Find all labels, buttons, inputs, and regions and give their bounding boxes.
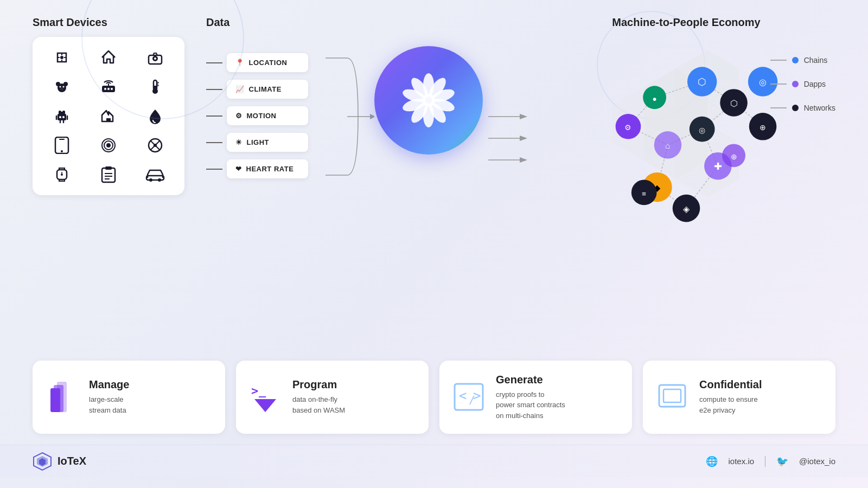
svg-text:⬡: ⬡ <box>730 99 738 108</box>
program-icon-box: > _ <box>249 378 282 416</box>
light-icon: ☀ <box>235 138 242 146</box>
manage-card: Manage large-scalestream data <box>33 361 225 434</box>
legend-line-networks <box>770 107 787 108</box>
device-water <box>145 106 165 126</box>
svg-text:>: > <box>473 388 481 403</box>
data-badge-climate: 📈 CLIMATE <box>227 80 308 99</box>
confidential-title: Confidential <box>699 378 762 391</box>
svg-marker-107 <box>254 399 276 412</box>
footer-website[interactable]: iotex.io <box>729 457 755 466</box>
svg-text:⚙: ⚙ <box>624 124 631 132</box>
svg-text:_: _ <box>259 384 266 397</box>
line-motion <box>206 115 222 117</box>
svg-point-20 <box>62 116 65 118</box>
svg-rect-17 <box>58 114 66 120</box>
network-container: Machine-to-People Economy <box>537 16 835 229</box>
program-text: Program data on-the-flybased on WASM <box>292 378 345 415</box>
svg-text:◎: ◎ <box>699 126 705 134</box>
program-title: Program <box>292 378 345 391</box>
top-section: Smart Devices <box>33 16 835 344</box>
bottom-cards: Manage large-scalestream data > _ Progra… <box>33 355 835 434</box>
manage-title: Manage <box>89 378 129 391</box>
manage-desc: large-scalestream data <box>89 394 129 415</box>
legend-line-chains <box>770 60 787 61</box>
device-thermometer <box>145 77 165 97</box>
legend-dapps: Dapps <box>770 80 835 88</box>
svg-text:✚: ✚ <box>714 161 722 172</box>
svg-point-13 <box>111 88 113 90</box>
data-labels: 📍 LOCATION 📈 CLIMATE <box>206 53 326 178</box>
device-tracker <box>145 136 165 155</box>
svg-point-8 <box>63 86 65 88</box>
svg-marker-57 <box>520 136 527 141</box>
footer-logo: IoTeX <box>33 452 86 471</box>
globe-icon: 🌐 <box>706 455 718 467</box>
svg-rect-104 <box>50 388 60 412</box>
heartrate-icon: ❤ <box>235 165 242 173</box>
legend-networks: Networks <box>770 104 835 112</box>
svg-point-7 <box>60 86 61 88</box>
location-label: LOCATION <box>249 59 288 67</box>
svg-text:⬡: ⬡ <box>698 76 706 87</box>
smart-devices-section: Smart Devices <box>33 16 184 195</box>
svg-point-11 <box>104 88 106 90</box>
manage-text: Manage large-scalestream data <box>89 378 129 415</box>
data-badge-location: 📍 LOCATION <box>227 53 308 72</box>
device-clipboard <box>99 165 118 184</box>
data-row-heartrate: ❤ HEART RATE <box>206 159 326 178</box>
generate-title: Generate <box>496 374 565 386</box>
svg-rect-16 <box>154 86 156 90</box>
data-row-light: ☀ LIGHT <box>206 133 326 152</box>
data-row-motion: ⚙ MOTION <box>206 106 326 125</box>
device-sensor <box>99 136 118 155</box>
legend-networks-label: Networks <box>804 104 835 112</box>
legend-chains-label: Chains <box>804 56 828 65</box>
data-to-flower-connector <box>326 43 374 190</box>
generate-text: Generate crypto proofs topower smart con… <box>496 374 565 421</box>
machine-economy-title: Machine-to-People Economy <box>537 16 835 29</box>
footer-divider <box>765 456 765 467</box>
devices-box <box>33 37 184 195</box>
device-watch <box>52 165 72 184</box>
confidential-desc: compute to ensuree2e privacy <box>699 394 762 415</box>
svg-point-9 <box>60 88 63 90</box>
svg-point-6 <box>63 82 68 86</box>
page-container: Smart Devices <box>0 0 868 455</box>
motion-label: MOTION <box>247 112 277 120</box>
legend: Chains Dapps Networks <box>770 56 835 112</box>
line-climate <box>206 89 222 90</box>
svg-marker-42 <box>370 114 374 119</box>
svg-text:⊕: ⊕ <box>760 124 766 132</box>
svg-text:>: > <box>251 384 258 397</box>
svg-marker-55 <box>520 114 527 119</box>
svg-point-24 <box>61 150 63 152</box>
confidential-text: Confidential compute to ensuree2e privac… <box>699 378 762 415</box>
program-desc: data on-the-flybased on WASM <box>292 394 345 415</box>
device-camera <box>145 48 165 67</box>
svg-point-53 <box>422 94 435 107</box>
generate-icon-box: < / > <box>452 378 485 416</box>
generate-card: < / > Generate crypto proofs topower sma… <box>439 361 632 434</box>
svg-rect-34 <box>102 168 115 182</box>
line-location <box>206 62 222 63</box>
svg-text:≡: ≡ <box>642 190 646 198</box>
legend-dot-networks <box>792 105 799 111</box>
data-badge-heartrate: ❤ HEART RATE <box>227 159 308 178</box>
svg-point-3 <box>154 57 156 60</box>
svg-point-41 <box>158 178 161 182</box>
device-robot <box>52 106 72 126</box>
smart-devices-title: Smart Devices <box>33 16 184 29</box>
svg-point-0 <box>60 56 63 59</box>
svg-rect-35 <box>105 166 112 170</box>
data-row-climate: 📈 CLIMATE <box>206 80 326 99</box>
confidential-card: Confidential compute to ensuree2e privac… <box>643 361 835 434</box>
data-title: Data <box>206 16 326 29</box>
program-card: > _ Program data on-the-flybased on WASM <box>236 361 429 434</box>
legend-chains: Chains <box>770 56 835 65</box>
center-flower-container <box>374 46 483 155</box>
location-icon: 📍 <box>235 59 245 67</box>
footer-twitter[interactable]: @iotex_io <box>799 457 835 466</box>
manage-icon-box <box>46 378 78 416</box>
footer: IoTeX 🌐 iotex.io 🐦 @iotex_io <box>0 445 868 477</box>
twitter-icon: 🐦 <box>776 455 788 467</box>
